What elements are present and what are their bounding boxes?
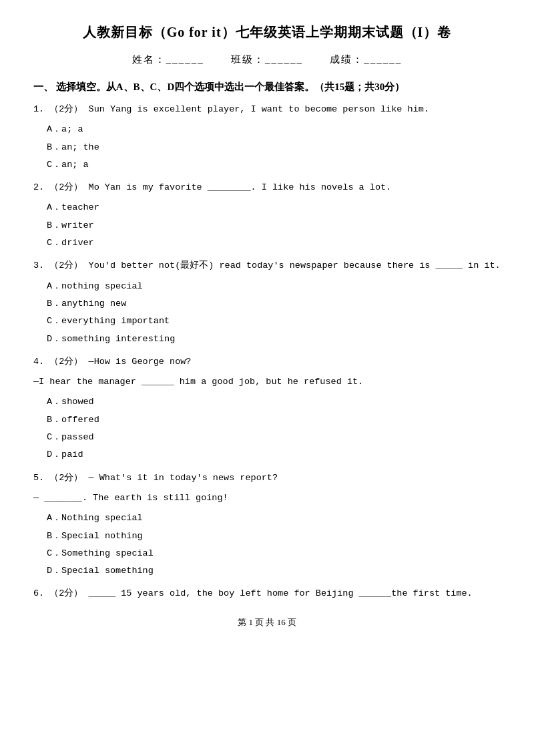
question-1-text: 1. （2分） Sun Yang is excellent player, I … bbox=[33, 102, 501, 118]
question-3-option-b: B．anything new bbox=[47, 296, 501, 312]
section1-header: 一、 选择填空。从A、B、C、D四个选项中选出一个最佳答案。（共15题；共30分… bbox=[33, 78, 501, 96]
question-5-option-d: D．Special something bbox=[47, 563, 501, 579]
question-5-option-c: C．Something special bbox=[47, 546, 501, 562]
question-block-1: 1. （2分） Sun Yang is excellent player, I … bbox=[33, 102, 501, 173]
question-3-option-c: C．everything important bbox=[47, 313, 501, 329]
question-5-text2: — _______. The earth is still going! bbox=[33, 490, 501, 506]
question-3-text: 3. （2分） You'd better not(最好不) read today… bbox=[33, 258, 501, 274]
question-4-text2: —I hear the manager ______ him a good jo… bbox=[33, 374, 501, 390]
question-4-option-c: C．passed bbox=[47, 429, 501, 445]
page-footer: 第 1 页 共 16 页 bbox=[33, 614, 501, 630]
question-block-3: 3. （2分） You'd better not(最好不) read today… bbox=[33, 258, 501, 347]
question-4-option-d: D．paid bbox=[47, 447, 501, 463]
question-5-option-a: A．Nothing special bbox=[47, 510, 501, 526]
question-4-option-a: A．showed bbox=[47, 394, 501, 410]
question-2-option-b: B．writer bbox=[47, 218, 501, 234]
question-block-6: 6. （2分） _____ 15 years old, the boy left… bbox=[33, 586, 501, 602]
question-2-option-c: C．driver bbox=[47, 235, 501, 251]
question-block-5: 5. （2分） — What's it in today's news repo… bbox=[33, 470, 501, 580]
score-label: 成绩：______ bbox=[330, 54, 402, 65]
class-label: 班级：______ bbox=[231, 54, 303, 65]
question-4-text: 4. （2分） —How is George now? bbox=[33, 354, 501, 370]
student-info: 姓名：______ 班级：______ 成绩：______ bbox=[33, 51, 501, 69]
question-block-2: 2. （2分） Mo Yan is my favorite ________. … bbox=[33, 180, 501, 251]
question-block-4: 4. （2分） —How is George now? —I hear the … bbox=[33, 354, 501, 463]
question-1-option-a: A．a; a bbox=[47, 122, 501, 138]
question-1-option-c: C．an; a bbox=[47, 157, 501, 173]
question-5-option-b: B．Special nothing bbox=[47, 528, 501, 544]
question-2-option-a: A．teacher bbox=[47, 200, 501, 216]
question-4-option-b: B．offered bbox=[47, 412, 501, 428]
question-6-text: 6. （2分） _____ 15 years old, the boy left… bbox=[33, 586, 501, 602]
name-label: 姓名：______ bbox=[132, 54, 204, 65]
question-2-text: 2. （2分） Mo Yan is my favorite ________. … bbox=[33, 180, 501, 196]
question-3-option-d: D．something interesting bbox=[47, 331, 501, 347]
page-title: 人教新目标（Go for it）七年级英语上学期期末试题（I）卷 bbox=[33, 20, 501, 44]
question-1-option-b: B．an; the bbox=[47, 140, 501, 156]
question-5-text: 5. （2分） — What's it in today's news repo… bbox=[33, 470, 501, 486]
question-3-option-a: A．nothing special bbox=[47, 278, 501, 295]
